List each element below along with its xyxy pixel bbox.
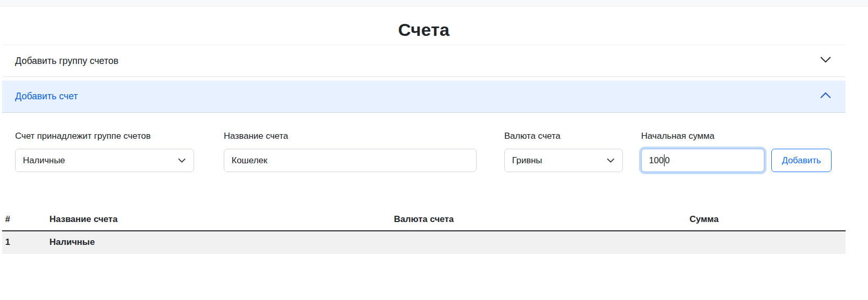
select-chevron-icon [177, 156, 186, 165]
accordion-item-add-account: Добавить счет Счет принадлежит группе сч… [2, 81, 846, 187]
add-group-accordion-button[interactable]: Добавить группу счетов [2, 45, 846, 76]
account-name-label: Название счета [224, 131, 477, 141]
currency-select-label: Валюта счета [504, 131, 623, 141]
initial-amount-input[interactable]: 1000 [641, 149, 764, 172]
row-name-cell: Наличные [46, 231, 391, 254]
group-select-label: Счет принадлежит группе счетов [15, 131, 194, 141]
table-row: 1 Наличные [2, 231, 846, 254]
row-index-cell: 1 [2, 231, 46, 254]
initial-amount-label: Начальная сумма [641, 131, 764, 141]
page-container: Счета Добавить группу счетов Добавить сч… [2, 20, 846, 254]
form-row: Счет принадлежит группе счетов Наличные … [15, 131, 832, 172]
group-select[interactable]: Наличные [15, 149, 194, 172]
col-header-index: # [2, 211, 46, 231]
chevron-down-icon [820, 54, 832, 68]
accordion-item-add-group: Добавить группу счетов [2, 45, 846, 77]
group-select-value: Наличные [23, 155, 65, 166]
accordion: Добавить группу счетов Добавить счет Сче… [2, 45, 846, 187]
add-group-accordion-label: Добавить группу счетов [15, 56, 119, 67]
currency-select-value: Гривны [512, 155, 542, 166]
add-account-accordion-button[interactable]: Добавить счет [2, 81, 846, 113]
row-currency-cell [391, 231, 686, 254]
submit-column: Добавить [771, 131, 832, 172]
page-title: Счета [2, 20, 846, 40]
add-account-accordion-label: Добавить счет [15, 91, 78, 102]
select-chevron-icon [606, 156, 615, 165]
account-name-field: Название счета [224, 131, 477, 172]
table-header-row: # Название счета Валюта счета Сумма [2, 211, 846, 231]
col-header-account-name: Название счета [46, 211, 391, 231]
currency-select[interactable]: Гривны [504, 149, 623, 172]
amount-text-after-caret: 0 [665, 155, 669, 166]
account-name-input[interactable] [224, 149, 477, 172]
amount-text-before-caret: 100 [649, 155, 663, 166]
accounts-table: # Название счета Валюта счета Сумма 1 На… [2, 211, 846, 254]
add-button[interactable]: Добавить [771, 149, 832, 172]
currency-select-field: Валюта счета Гривны [504, 131, 623, 172]
add-account-form: Счет принадлежит группе счетов Наличные … [2, 113, 846, 187]
col-header-currency: Валюта счета [391, 211, 686, 231]
group-select-field: Счет принадлежит группе счетов Наличные [15, 131, 194, 172]
top-navbar-edge [0, 0, 868, 6]
col-header-amount: Сумма [686, 211, 846, 231]
initial-amount-field: Начальная сумма 1000 [641, 131, 764, 172]
chevron-up-icon [820, 89, 832, 104]
row-amount-cell [686, 231, 846, 254]
